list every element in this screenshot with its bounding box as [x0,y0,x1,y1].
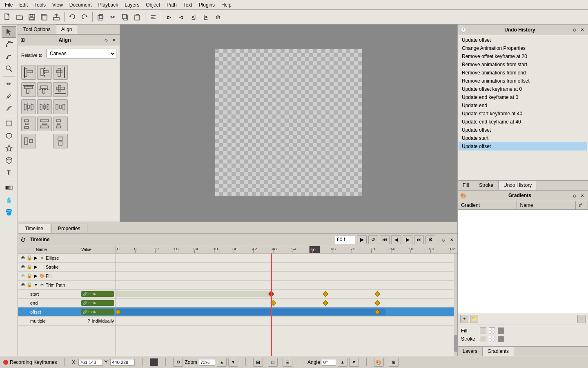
zoom-fit-btn[interactable]: ⊞ [253,358,263,367]
folder-gradient-btn[interactable]: 📁 [470,315,478,323]
undo-item-3[interactable]: Remove animations from start [459,61,587,69]
stroke-swatch-2[interactable] [489,336,495,342]
track-trimpath-expand[interactable]: ▼ [33,282,39,288]
view-mode-btn[interactable]: □ [268,358,278,367]
zoom-options-btn[interactable]: ⚙ [173,358,183,367]
save-copy-button[interactable] [38,11,50,23]
track-fill-expand[interactable]: ▶ [33,273,39,279]
menu-edit[interactable]: Edit [16,1,31,9]
tool-pencil[interactable]: ✏ [2,78,16,90]
anim-btn1[interactable]: ⊳ [163,11,175,23]
add-gradient-btn[interactable]: + [460,315,468,323]
fill-swatch-3[interactable] [498,328,504,334]
anim-btn4[interactable]: ⊵ [200,11,212,23]
export-button[interactable] [51,11,62,23]
timeline-scrollbar-thumb[interactable] [454,335,457,352]
align-panel-close-btn[interactable]: ✕ [111,37,117,43]
save-button[interactable] [26,11,38,23]
angle-down-btn[interactable]: ▼ [349,358,359,367]
tool-gradient[interactable] [2,182,16,193]
kf-end-end[interactable] [374,300,380,306]
kf-end-yellow[interactable] [323,300,328,306]
open-button[interactable] [14,11,25,23]
undo-item-1[interactable]: Change Animation Properties [459,44,587,52]
x-value[interactable]: 761.143 [78,359,103,366]
next-frame-button[interactable]: ▶ [403,235,412,244]
fill-swatch-2[interactable] [489,328,495,334]
kf-end-at-60[interactable] [270,300,276,306]
track-fill-lock[interactable]: 🔒 [26,273,33,279]
layers-bottom-tab[interactable]: Layers [458,347,483,356]
center-on-horizontal-axis-btn[interactable] [37,82,52,97]
undo-item-13[interactable]: Update offset [459,142,587,150]
menu-plugins[interactable]: Plugins [196,1,218,9]
new-button[interactable] [2,11,13,23]
undo-item-12[interactable]: Update start [459,134,587,142]
distribute-center-btn[interactable] [37,99,52,114]
align-panel-float-btn[interactable]: ◇ [103,37,109,43]
align-toolbar-button[interactable] [147,11,159,23]
undo-panel-float-btn[interactable]: ◇ [571,27,578,33]
paste-inplace-button[interactable] [95,11,106,23]
current-color-swatch[interactable] [150,358,158,366]
menu-view[interactable]: View [49,1,66,9]
timeline-scrollbar[interactable] [454,254,457,356]
tool-star[interactable] [2,142,16,154]
align-bottom-edges-btn[interactable] [53,82,68,97]
anim-btn3[interactable]: ⊴ [188,11,199,23]
timeline-frame-input[interactable] [335,235,355,244]
menu-help[interactable]: Help [218,1,235,9]
undo-item-5[interactable]: Remove animations from offset [459,77,587,85]
undo-item-10[interactable]: Update end keyframe at 40 [459,118,587,126]
gradients-panel-float-btn[interactable]: ◇ [571,192,578,199]
menu-file[interactable]: File [2,1,16,9]
distribute-top-btn[interactable] [21,117,36,131]
loop-button[interactable]: ↺ [368,235,378,244]
menu-playback[interactable]: Playback [95,1,122,9]
menu-layers[interactable]: Layers [121,1,143,9]
distribute-bottom-btn[interactable] [53,117,68,131]
track-ellipse-vis[interactable]: 👁 [20,255,26,261]
track-fill-vis[interactable]: 👁 [20,273,26,279]
timeline-close-btn[interactable]: ✕ [448,236,455,243]
track-stroke-lock[interactable]: 🔒 [26,264,33,270]
align-top-edges-btn[interactable] [21,82,36,97]
undo-item-6[interactable]: Update offset keyframe at 0 [459,85,587,93]
gradients-panel-close-btn[interactable]: ✕ [579,192,586,199]
stroke-swatch-1[interactable] [480,336,486,342]
undo-item-11[interactable]: Update offset [459,126,587,134]
angle-value[interactable]: 0° [322,359,336,366]
distribute-middle-btn[interactable] [37,117,52,131]
remove-gradient-btn[interactable]: − [577,315,586,323]
stroke-swatch-3[interactable] [498,336,504,342]
tool-select[interactable] [2,26,16,38]
play-button[interactable]: ▶ [357,235,367,244]
tool-text[interactable]: T [2,167,16,178]
view-mode2-btn[interactable]: ⊟ [283,358,292,367]
tool-calligraphy[interactable] [2,103,16,114]
undo-item-7[interactable]: Update end keyframe at 0 [459,93,587,101]
tool-dropper[interactable]: 💧 [2,194,16,206]
zoom-up-btn[interactable]: ▲ [217,358,227,367]
anim-btn2[interactable]: ⊲ [176,11,187,23]
timeline-float-btn[interactable]: ◇ [440,236,447,243]
align-right-edges-btn[interactable] [53,65,68,80]
angle-up-btn[interactable]: ▲ [338,358,347,367]
track-stroke-expand[interactable]: ▶ [33,264,39,270]
tool-node[interactable] [2,38,16,50]
menu-text[interactable]: Text [180,1,196,9]
fill-tab[interactable]: Fill [458,181,474,190]
track-ellipse-lock[interactable]: 🔒 [26,255,33,261]
tool-zoom[interactable] [2,63,16,74]
tool-3dbox[interactable] [2,155,16,166]
cut-button[interactable]: ✂ [107,11,118,23]
tool-pen[interactable]: 🖊 [2,90,16,102]
zoom-value[interactable]: 73% [199,359,215,366]
track-stroke-vis[interactable]: 👁 [20,264,26,270]
undo-item-2[interactable]: Remove offset keyframe at 20 [459,52,587,61]
timeline-tab[interactable]: Timeline [18,224,50,233]
goto-start-button[interactable]: ⏮ [380,235,390,244]
tab-tool-options[interactable]: Tool Options [18,25,56,34]
stroke-tab[interactable]: Stroke [474,181,499,190]
undo-button[interactable] [67,11,78,23]
